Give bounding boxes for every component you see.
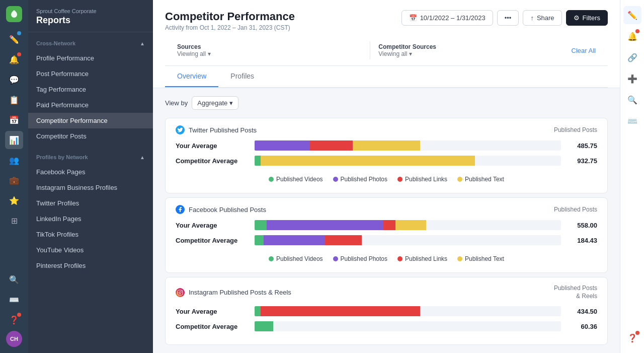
facebook-competitor-avg-bar — [255, 235, 561, 245]
date-range-button[interactable]: 📅 10/1/2022 – 1/31/2023 — [401, 10, 493, 26]
nav-publish-icon[interactable]: 📅 — [5, 111, 23, 129]
sidebar-item-tag-performance[interactable]: Tag Performance — [28, 82, 153, 97]
chevron-up-icon: ▲ — [140, 41, 145, 46]
bar-photos — [255, 140, 310, 151]
sidebar-item-pinterest-profiles[interactable]: Pinterest Profiles — [28, 258, 153, 273]
twitter-published-label: Published Posts — [554, 126, 597, 133]
right-help-icon[interactable]: ❓ — [623, 329, 641, 347]
sidebar-item-facebook-pages[interactable]: Facebook Pages — [28, 164, 153, 180]
sidebar-item-youtube-videos[interactable]: YouTube Videos — [28, 242, 153, 258]
tab-profiles[interactable]: Profiles — [218, 66, 266, 87]
sidebar-item-paid-performance[interactable]: Paid Performance — [28, 97, 153, 113]
nav-keyboard-icon[interactable]: ⌨️ — [5, 291, 23, 309]
right-alerts-icon[interactable]: 🔔 — [623, 27, 641, 45]
bar-videos — [255, 220, 267, 230]
header-actions: 📅 10/1/2022 – 1/31/2023 ••• ↑ Share ⚙ Fi… — [401, 10, 608, 26]
legend-links: Published Links — [397, 176, 447, 183]
nav-help-icon[interactable]: ❓ — [5, 311, 23, 329]
user-avatar[interactable]: CH — [6, 331, 22, 347]
nav-tasks-icon[interactable]: 📋 — [5, 91, 23, 109]
fb-legend-links: Published Links — [397, 255, 447, 262]
sidebar-item-competitor-performance[interactable]: Competitor Performance — [28, 113, 153, 128]
chevron-down-icon-3: ▾ — [229, 99, 233, 107]
nav-crm-icon[interactable]: 💼 — [5, 171, 23, 189]
legend-photos: Published Photos — [333, 176, 387, 183]
nav-alerts-icon[interactable]: 🔔 — [5, 50, 23, 68]
sidebar-item-instagram-business[interactable]: Instagram Business Profiles — [28, 180, 153, 195]
nav-star-icon[interactable]: ⭐ — [5, 191, 23, 209]
instagram-icon — [176, 288, 185, 297]
more-options-button[interactable]: ••• — [497, 10, 519, 26]
right-add-icon[interactable]: ➕ — [623, 69, 641, 88]
org-name: Sprout Coffee Corporate — [36, 8, 145, 14]
twitter-your-avg-row: Your Average 485.75 — [176, 140, 597, 151]
sources-filter: Sources Viewing all ▾ — [177, 43, 362, 57]
sidebar: Sprout Coffee Corporate Reports Cross-Ne… — [28, 0, 153, 353]
filter-divider — [370, 41, 370, 59]
instagram-network-label: Instagram Published Posts & Reels — [176, 288, 291, 297]
filters-icon: ⚙ — [574, 14, 580, 22]
twitter-icon — [176, 125, 185, 134]
nav-search-icon[interactable]: 🔍 — [5, 270, 23, 289]
competitor-sources-value[interactable]: Viewing all ▾ — [378, 50, 563, 57]
facebook-competitor-avg-row: Competitor Average 184.43 — [176, 235, 597, 245]
right-search-icon[interactable]: 🔍 — [623, 91, 641, 109]
sidebar-item-twitter-profiles[interactable]: Twitter Profiles — [28, 195, 153, 211]
clear-all-button[interactable]: Clear All — [572, 47, 596, 54]
competitor-sources-label: Competitor Sources — [378, 43, 563, 50]
instagram-chart-section: Instagram Published Posts & Reels Publis… — [165, 277, 608, 345]
fb-legend-text: Published Text — [457, 255, 504, 262]
page-header: Competitor Performance Activity from Oct… — [153, 0, 620, 88]
facebook-competitor-avg-value: 184.43 — [567, 237, 597, 244]
profiles-by-network-section: Profiles by Network ▲ Facebook Pages Ins… — [28, 146, 153, 275]
facebook-your-avg-value: 558.00 — [567, 222, 597, 229]
instagram-your-avg-row: Your Average 434.50 — [176, 306, 597, 316]
view-by-select[interactable]: Aggregate ▾ — [192, 96, 238, 110]
cross-network-label[interactable]: Cross-Network ▲ — [28, 40, 153, 50]
nav-messages-icon[interactable]: 💬 — [5, 70, 23, 89]
legend-videos-dot — [269, 177, 274, 182]
nav-reports-icon[interactable]: 📊 — [5, 131, 23, 149]
facebook-chart-section: Facebook Published Posts Published Posts… — [165, 197, 608, 273]
profiles-by-network-label[interactable]: Profiles by Network ▲ — [28, 154, 153, 164]
app-logo[interactable] — [6, 6, 22, 22]
right-compose-icon[interactable]: ✏️ — [623, 6, 641, 24]
facebook-your-avg-row: Your Average 558.00 — [176, 220, 597, 230]
nav-compose-icon[interactable]: ✏️ — [5, 30, 23, 48]
chevron-up-icon-2: ▲ — [140, 155, 145, 160]
instagram-competitor-avg-row: Competitor Average 60.36 — [176, 321, 597, 331]
fb-legend-photos: Published Photos — [333, 255, 387, 262]
bar-videos — [255, 306, 261, 316]
sidebar-item-linkedin-pages[interactable]: LinkedIn Pages — [28, 211, 153, 227]
right-keyboard-icon[interactable]: ⌨️ — [623, 112, 641, 130]
facebook-published-label: Published Posts — [554, 206, 597, 213]
facebook-legend: Published Videos Published Photos Publis… — [176, 250, 597, 264]
sidebar-item-profile-performance[interactable]: Profile Performance — [28, 50, 153, 66]
twitter-chart-section: Twitter Published Posts Published Posts … — [165, 118, 608, 193]
sources-value[interactable]: Viewing all ▾ — [177, 50, 362, 57]
instagram-your-avg-bar — [255, 306, 561, 316]
competitor-sources-filter: Competitor Sources Viewing all ▾ — [378, 43, 563, 57]
sidebar-item-post-performance[interactable]: Post Performance — [28, 66, 153, 82]
nav-listening-icon[interactable]: 👥 — [5, 151, 23, 169]
section-title: Reports — [36, 15, 145, 26]
instagram-competitor-avg-bar — [255, 321, 561, 331]
facebook-competitor-avg-label: Competitor Average — [176, 237, 249, 244]
fb-legend-links-dot — [397, 256, 403, 261]
right-link-icon[interactable]: 🔗 — [623, 48, 641, 66]
twitter-competitor-avg-bar — [255, 156, 561, 166]
cross-network-section: Cross-Network ▲ Profile Performance Post… — [28, 32, 153, 146]
filters-button[interactable]: ⚙ Filters — [566, 10, 608, 26]
instagram-your-avg-label: Your Average — [176, 308, 249, 315]
sidebar-item-competitor-posts[interactable]: Competitor Posts — [28, 128, 153, 144]
twitter-your-avg-value: 485.75 — [567, 142, 597, 150]
sidebar-item-tiktok-profiles[interactable]: TikTok Profiles — [28, 227, 153, 242]
share-button[interactable]: ↑ Share — [523, 10, 561, 26]
svg-point-2 — [181, 291, 182, 292]
tab-overview[interactable]: Overview — [165, 66, 218, 87]
sources-label: Sources — [177, 43, 362, 50]
bar-photos — [264, 235, 325, 245]
nav-apps-icon[interactable]: ⊞ — [5, 211, 23, 230]
filter-bar: Sources Viewing all ▾ Competitor Sources… — [165, 35, 608, 66]
ellipsis-icon: ••• — [505, 14, 512, 22]
